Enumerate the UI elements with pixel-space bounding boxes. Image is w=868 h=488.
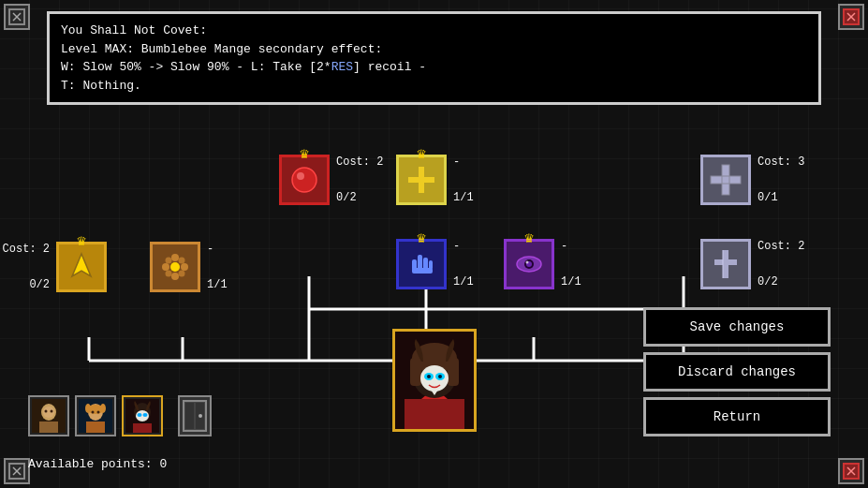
action-buttons: Save changes Discard changes Return [643, 307, 831, 436]
svg-point-67 [427, 375, 431, 378]
skill-node-gold-claw[interactable]: ♛ Cost: 2 0/2 [56, 242, 107, 292]
svg-point-80 [85, 404, 91, 413]
svg-rect-56 [722, 250, 724, 278]
svg-rect-58 [405, 399, 464, 429]
skill-node-blue-hand[interactable]: ♛ - 1/1 [396, 239, 447, 289]
party-area [28, 395, 212, 436]
discard-changes-button[interactable]: Discard changes [643, 352, 831, 392]
party-member-3-selected[interactable] [122, 395, 163, 436]
svg-point-33 [166, 258, 172, 264]
node-icon-bronze-flower[interactable]: 1/1 - [150, 242, 200, 292]
node-icon-silver-cross2[interactable]: Cost: 2 0/2 [700, 239, 751, 289]
node-cost-silver2: Cost: 2 [758, 240, 804, 253]
corner-tl [4, 4, 30, 30]
svg-rect-72 [39, 421, 58, 433]
node-progress-blue: 1/1 [453, 275, 474, 288]
node-progress-silver2: 0/2 [758, 275, 778, 288]
node-progress-silver-cross: 0/1 [758, 191, 778, 204]
node-cost-gold-claw: Cost: 2 [3, 243, 50, 256]
svg-rect-55 [714, 259, 737, 265]
skill-node-bronze-flower[interactable]: 1/1 - [150, 242, 200, 292]
node-cost-silver-cross: Cost: 3 [758, 155, 804, 169]
crown-blue: ♛ [417, 229, 426, 247]
node-icon-blue-hand[interactable]: ♛ - 1/1 [396, 239, 447, 289]
node-icon-red-orb[interactable]: ♛ Cost: 2 0/2 [279, 155, 330, 205]
svg-rect-89 [133, 423, 152, 433]
character-portrait[interactable] [392, 329, 477, 432]
svg-point-92 [199, 414, 202, 418]
svg-point-73 [43, 407, 54, 418]
svg-point-81 [100, 404, 106, 413]
party-member-2[interactable] [75, 395, 116, 436]
svg-point-49 [526, 261, 529, 264]
svg-rect-78 [86, 421, 105, 433]
skill-node-purple-eye[interactable]: ♛ - 1/1 [504, 239, 554, 289]
node-progress-gold-cross: 1/1 [453, 191, 474, 204]
node-icon-gold-cross[interactable]: ♛ - 1/1 [396, 155, 447, 205]
node-progress-red: 0/2 [336, 191, 357, 204]
svg-point-29 [171, 254, 179, 261]
textbox-line3: W: Slow 50% -> Slow 90% - L: Take [2*RES… [61, 58, 807, 77]
save-changes-button[interactable]: Save changes [643, 307, 831, 347]
textbox-line2: Level MAX: Bumblebee Mange secondary eff… [61, 40, 807, 59]
svg-point-31 [162, 263, 169, 271]
game-container: You Shall Not Covet: Level MAX: Bumblebe… [0, 0, 868, 488]
node-progress-bronze: 1/1 [207, 278, 228, 291]
svg-rect-51 [711, 176, 741, 184]
svg-rect-40 [408, 177, 434, 183]
svg-point-75 [51, 410, 53, 413]
node-icon-silver-cross[interactable]: Cost: 3 0/1 [700, 155, 751, 205]
svg-point-34 [179, 258, 185, 264]
svg-rect-62 [410, 358, 421, 386]
skill-node-gold-cross[interactable]: ♛ - 1/1 [396, 155, 447, 205]
svg-point-83 [97, 411, 100, 414]
svg-point-30 [171, 273, 179, 280]
corner-bl [4, 458, 30, 484]
crown-purple: ♛ [524, 229, 534, 247]
node-progress-purple: 1/1 [561, 275, 581, 288]
svg-rect-41 [418, 255, 422, 270]
skill-node-silver-cross[interactable]: Cost: 3 0/1 [700, 155, 751, 205]
party-member-1[interactable] [28, 395, 69, 436]
svg-rect-63 [448, 358, 459, 386]
door-icon[interactable] [178, 395, 212, 436]
svg-point-82 [92, 411, 95, 414]
svg-point-88 [143, 413, 148, 417]
skill-node-silver-cross2[interactable]: Cost: 2 0/2 [700, 239, 751, 289]
svg-point-36 [179, 271, 185, 277]
available-points: Available points: 0 [28, 457, 167, 471]
node-cost-gold-cross: - [453, 155, 460, 169]
crown-gold-claw: ♛ [77, 231, 86, 250]
node-cost-red: Cost: 2 [336, 155, 383, 169]
svg-point-87 [138, 413, 142, 417]
skill-node-red-orb[interactable]: ♛ Cost: 2 0/2 [279, 155, 330, 205]
corner-br [838, 458, 864, 484]
crown-red: ♛ [300, 144, 309, 163]
corner-tr [838, 4, 864, 30]
svg-point-38 [297, 172, 304, 180]
svg-point-74 [45, 410, 48, 413]
textbox-line1: You Shall Not Covet: [61, 22, 807, 40]
svg-rect-45 [412, 268, 433, 274]
svg-marker-27 [72, 254, 91, 276]
svg-point-28 [170, 262, 180, 272]
node-cost-blue: - [453, 240, 460, 253]
node-progress-gold-claw: 0/2 [29, 278, 50, 291]
textbox-line4: T: Nothing. [61, 77, 807, 96]
node-cost-purple: - [561, 240, 567, 253]
node-icon-gold-claw[interactable]: ♛ Cost: 2 0/2 [56, 242, 107, 292]
info-textbox: You Shall Not Covet: Level MAX: Bumblebe… [47, 11, 821, 105]
svg-point-32 [181, 263, 188, 271]
svg-point-35 [166, 271, 172, 277]
return-button[interactable]: Return [643, 397, 831, 436]
dash-bronze: - [207, 243, 213, 256]
crown-gold-cross: ♛ [417, 144, 426, 163]
svg-point-68 [438, 375, 442, 378]
svg-point-37 [292, 168, 316, 192]
character-portrait-svg [395, 332, 474, 429]
node-icon-purple-eye[interactable]: ♛ - 1/1 [504, 239, 554, 289]
